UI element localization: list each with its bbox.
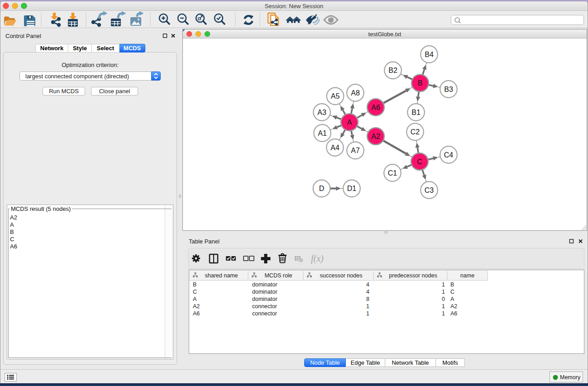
svg-text:dominator: dominator	[252, 281, 277, 288]
svg-text:D: D	[319, 185, 325, 192]
svg-text:A2: A2	[193, 303, 200, 310]
svg-text:B4: B4	[425, 51, 434, 58]
svg-text:C: C	[417, 158, 422, 166]
svg-text:A6: A6	[450, 310, 457, 317]
svg-text:D1: D1	[347, 185, 357, 192]
svg-text:4: 4	[366, 281, 369, 288]
svg-text:B1: B1	[411, 109, 421, 116]
svg-text:1: 1	[442, 310, 445, 317]
svg-text:A8: A8	[351, 89, 360, 97]
svg-text:1: 1	[442, 289, 445, 295]
svg-text:4: 4	[366, 289, 369, 295]
svg-text:successor nodes: successor nodes	[320, 272, 363, 279]
svg-text:C2: C2	[411, 128, 420, 136]
svg-text:8: 8	[366, 296, 369, 302]
svg-text:C1: C1	[388, 169, 397, 177]
svg-text:A6: A6	[193, 310, 200, 317]
svg-text:MCDS role: MCDS role	[264, 272, 292, 279]
svg-text:B3: B3	[444, 86, 453, 93]
svg-text:B: B	[193, 281, 196, 288]
svg-text:A2: A2	[450, 303, 457, 310]
svg-text:dominator: dominator	[252, 289, 277, 295]
svg-text:f(x): f(x)	[311, 253, 324, 264]
svg-text:1: 1	[442, 281, 445, 288]
svg-text:B2: B2	[388, 67, 397, 74]
svg-text:dominator: dominator	[252, 296, 277, 302]
svg-text:1: 1	[442, 303, 445, 310]
svg-text:1: 1	[366, 303, 369, 310]
svg-text:B: B	[450, 281, 454, 288]
svg-text:A: A	[347, 119, 352, 126]
svg-text:C3: C3	[425, 186, 434, 194]
svg-text:A7: A7	[351, 147, 360, 154]
svg-text:A3: A3	[317, 109, 326, 116]
svg-text:C4: C4	[444, 151, 454, 159]
svg-text:A6: A6	[371, 104, 380, 111]
svg-text:name: name	[460, 272, 474, 279]
svg-text:A: A	[450, 296, 454, 302]
svg-text:A1: A1	[318, 129, 327, 137]
svg-text:connector: connector	[252, 310, 277, 317]
svg-text:A2: A2	[371, 133, 380, 140]
svg-text:0: 0	[442, 296, 445, 302]
svg-text:B: B	[418, 79, 423, 87]
svg-text:A5: A5	[331, 92, 340, 100]
svg-text:shared name: shared name	[205, 272, 238, 279]
svg-text:predecessor nodes: predecessor nodes	[389, 272, 437, 279]
svg-text:1: 1	[366, 310, 369, 317]
svg-text:connector: connector	[252, 303, 277, 310]
svg-text:C: C	[450, 289, 454, 295]
svg-text:A4: A4	[330, 144, 339, 152]
svg-text:A: A	[193, 296, 197, 302]
svg-text:C: C	[193, 289, 197, 295]
